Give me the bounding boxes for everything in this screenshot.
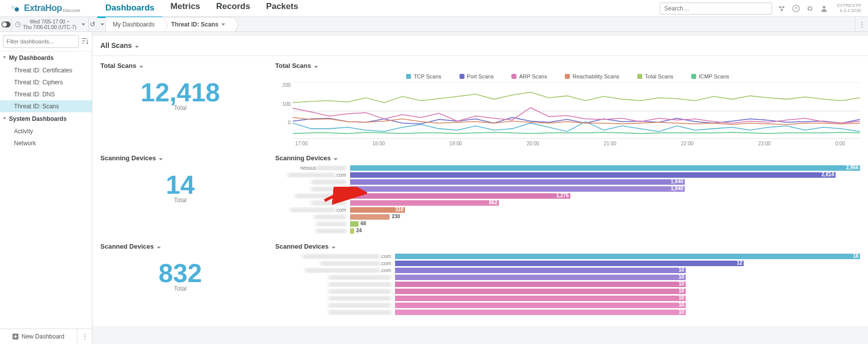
content: All Scans Total Scans 12,418 Total Total…: [92, 32, 868, 344]
filter-dashboards-input[interactable]: [3, 35, 79, 48]
user-icon[interactable]: [820, 4, 828, 12]
xtick: 23:00: [758, 141, 771, 146]
legend-item[interactable]: Total Scans: [637, 73, 673, 79]
bar-row[interactable]: xxxxxxxxxxxxxxxxxxxxxxxxx10: [275, 274, 860, 281]
legend-item[interactable]: TCP Scans: [406, 73, 441, 79]
clock-icon: [15, 21, 21, 27]
widget-title[interactable]: Total Scans: [275, 62, 860, 72]
nav-metrics[interactable]: Metrics: [162, 0, 208, 18]
widget-title[interactable]: Total Scans: [100, 62, 260, 72]
sidebar-menu-button[interactable]: [77, 329, 92, 344]
search-input[interactable]: [660, 2, 772, 14]
bar-row[interactable]: xxxxxxxxxxxxxxxxxxxxxxxxx10: [275, 281, 860, 288]
legend-item[interactable]: Port Scans: [459, 73, 494, 79]
chart-legend: TCP ScansPort ScansARP ScansReachability…: [275, 72, 860, 82]
svg-point-0: [11, 5, 14, 8]
widget-title[interactable]: Scanning Devices: [100, 154, 260, 165]
widget-scanned-devices-bars: Scanned Devices xxxxxxxxxxxxxxxxxxxxxxxx…: [275, 243, 860, 316]
user-info: EXTREXTR 6.2.4.3230: [834, 3, 864, 13]
bar-row[interactable]: xxxxxxxxxxxx48: [275, 221, 860, 227]
ytick: 100: [275, 101, 291, 107]
sidebar-item-activity[interactable]: Activity: [0, 125, 92, 137]
scanning-devices-value: 14: [100, 172, 260, 198]
bar-label: xxxxxxxxxxxxx: [275, 214, 350, 220]
xtick: 20:00: [527, 141, 539, 146]
bar-row[interactable]: xxxxxxxxxxxxxxxxxxxxxxxx.com12: [275, 260, 860, 267]
bar-row[interactable]: xxxxxxxxxxxxxxxxxxxxxxxxx10: [275, 288, 860, 295]
bar-label: xxxxxxxxxxxx: [275, 221, 350, 227]
bar-row[interactable]: xxxxxxxxxxxx24: [275, 228, 860, 234]
breadcrumb: My Dashboards Threat ID: Scans: [106, 17, 235, 31]
sidebar-group-system[interactable]: System Dashboards: [0, 112, 92, 125]
sidebar-group-my[interactable]: My Dashboards: [0, 51, 92, 64]
svg-text:?: ?: [795, 6, 798, 11]
scanning-devices-label: Total: [100, 197, 260, 204]
history-back[interactable]: ↺: [89, 17, 106, 31]
bar-row[interactable]: xxxxxxxxxxxxxxxxxxxxxxxxx10: [275, 302, 860, 309]
bar-label: xxxxxxxxxxxxxxxxxx.com: [275, 207, 350, 213]
svg-point-9: [2, 22, 6, 26]
help-icon[interactable]: ?: [792, 4, 800, 12]
nav-records[interactable]: Records: [208, 0, 258, 18]
ytick: 0: [275, 120, 291, 125]
xaxis: 17:0018:0019:0020:0021:0022:0023:000:00: [275, 140, 860, 146]
widget-title[interactable]: Scanned Devices: [275, 243, 860, 253]
widget-total-scans-chart: Total Scans TCP ScansPort ScansARP Scans…: [275, 62, 860, 146]
scanned-devices-label: Total: [100, 285, 260, 292]
bar-label: xxxxxxxxxxxxxxxxxxx.com: [275, 172, 350, 178]
time-from: Wed 7/05-17:00 ~: [23, 19, 76, 24]
legend-item[interactable]: ARP Scans: [511, 73, 547, 79]
bar-row[interactable]: nessusxxxxxxxxxxxx2,956: [275, 165, 860, 171]
breadcrumb-root[interactable]: My Dashboards: [105, 17, 164, 32]
bar-row[interactable]: xxxxxxxxxxxxxxxxxx.com318: [275, 207, 860, 213]
widget-title[interactable]: Scanned Devices: [100, 243, 260, 253]
xtick: 17:00: [295, 141, 308, 146]
context-menu-button[interactable]: [855, 17, 868, 31]
region-title[interactable]: All Scans: [92, 35, 868, 56]
legend-item[interactable]: Reachability Scans: [565, 73, 619, 79]
brand-name: ExtraHop: [24, 3, 62, 13]
xtick: 21:00: [604, 141, 616, 146]
bar-label: xxxxxxxxxxxxxxxxxxxxxxxxx: [275, 282, 395, 287]
bar-label: xxxxxxxxxxxxxxxxxxxxxxxx.com: [275, 261, 395, 266]
live-toggle[interactable]: [0, 17, 12, 31]
legend-item[interactable]: ICMP Scans: [691, 73, 729, 79]
nav-dashboards[interactable]: Dashboards: [97, 0, 162, 18]
bar-label: xxxxxxxxxxxxxx: [275, 179, 350, 185]
bar-row[interactable]: xxxxxxxxxxxxxxxxxxxxxxxxx10: [275, 309, 860, 316]
packet-capture-icon[interactable]: [778, 4, 786, 12]
bar-label: xxxxxxxxxxxxxxxxxxxxxxxxx: [275, 303, 395, 308]
bar-label: xxxxxxxxxxxxxxxxxxxxxxxxx: [275, 289, 395, 294]
xtick: 18:00: [373, 141, 385, 146]
sidebar-item-network[interactable]: Network: [0, 137, 92, 149]
sort-icon[interactable]: [81, 35, 89, 47]
brand-logo[interactable]: ExtraHop Discover: [0, 3, 92, 13]
gear-icon[interactable]: [806, 4, 814, 12]
bar-row[interactable]: xxxxxxxxxxxxx230: [275, 214, 860, 220]
bar-row[interactable]: xxxxxxxxxxxxxxxxxxxxxxxxx10: [275, 295, 860, 302]
widget-title[interactable]: Scanning Devices: [275, 154, 860, 165]
nav-packets[interactable]: Packets: [258, 0, 306, 18]
line-chart[interactable]: [293, 82, 860, 140]
topbar: ExtraHop Discover Dashboards Metrics Rec…: [0, 0, 868, 17]
main-nav: Dashboards Metrics Records Packets: [97, 0, 306, 18]
sidebar-item-scans[interactable]: Threat ID: Scans: [0, 100, 92, 112]
sidebar-item-certificates[interactable]: Threat ID: Certificates: [0, 64, 92, 76]
ytick: 200: [275, 82, 291, 88]
total-scans-value: 12,418: [100, 79, 260, 105]
xtick: 0:00: [836, 141, 845, 146]
bar-row[interactable]: xxxxxxxxxxxxxxxxxxx.com2,814: [275, 172, 860, 178]
bar-row[interactable]: xxxxxxxxxxxxxxxxxxxxxxxxxxxxxx.com10: [275, 267, 860, 274]
sidebar-item-ciphers[interactable]: Threat ID: Ciphers: [0, 76, 92, 88]
sidebar-item-dns[interactable]: Threat ID: DNS: [0, 88, 92, 100]
bar-row[interactable]: xxxxxxxxxxxxxx1,940: [275, 179, 860, 185]
bar-row[interactable]: xxxxxxxxxxxxxxxxxxxxxxxxxxxxxxx.com16: [275, 253, 860, 260]
new-dashboard-button[interactable]: New Dashboard: [0, 329, 77, 344]
bar-label: nessusxxxxxxxxxxxx: [275, 165, 350, 171]
svg-point-1: [14, 7, 19, 11]
widget-total-scans: Total Scans 12,418 Total: [100, 62, 260, 146]
time-range-picker[interactable]: Wed 7/05-17:00 ~ Thu 7/06-01:00 (UTC-7): [12, 17, 89, 31]
breadcrumb-leaf[interactable]: Threat ID: Scans: [164, 17, 235, 32]
bar-label: xxxxxxxxxxxxxxxxxxxxxxxxx: [275, 275, 395, 280]
widget-scanned-devices: Scanned Devices 832 Total: [100, 243, 260, 316]
